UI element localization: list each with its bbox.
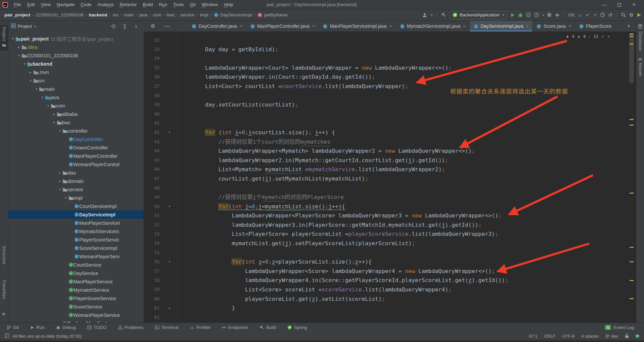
tree-item-backend[interactable]: ▾backend (8, 60, 144, 68)
breadcrumb-item-backend[interactable]: backend (89, 12, 107, 17)
chevron-expanded-icon[interactable]: ▾ (40, 95, 45, 99)
chevron-down-icon[interactable]: ▾ (543, 13, 544, 17)
event-log-button[interactable]: 5 Event Log (605, 325, 644, 330)
tree-item-mymatchservicein[interactable]: CMymatchServiceIn (8, 227, 144, 235)
code-line-43[interactable]: 43 //获得对应第i个court的对应的mymatches (144, 137, 636, 147)
code-line-61[interactable]: 61▴ } (144, 303, 636, 313)
code-line-50[interactable]: 50▾ for(int j=0;j<mymatchList.size();j++… (144, 202, 636, 211)
indent-setting[interactable]: 4 spaces (581, 334, 599, 339)
tree-item-pair-project[interactable]: ▾pair_projectD:\软件工程作业\pair_project (8, 35, 144, 43)
chevron-expanded-icon[interactable]: ▾ (63, 196, 68, 200)
code-line-47[interactable]: 47 courtList.get(i).setMymatchList(mymat… (144, 174, 636, 184)
tree-item-mvn[interactable]: ▸.mvn (8, 68, 144, 76)
tab-score-java[interactable]: CScore.java× (533, 21, 575, 31)
profiler-button[interactable] (534, 12, 539, 17)
git-push-icon[interactable]: ↗ (593, 12, 597, 17)
tree-item-mymatchservice[interactable]: IMymatchService (8, 286, 144, 294)
tree-item-dao[interactable]: ▸dao (8, 168, 144, 177)
project-panel-title[interactable]: Project (18, 24, 32, 29)
tree-item-womanplayerservice[interactable]: IWomanPlayerService (8, 311, 144, 319)
chevron-expanded-icon[interactable]: ▾ (57, 188, 62, 191)
breadcrumb-item-pair-project[interactable]: pair_project (4, 12, 30, 17)
menu-help[interactable]: Help (221, 0, 236, 9)
tree-item-service[interactable]: ▾service (8, 185, 144, 194)
tree-item-courtservice[interactable]: ICourtService (8, 261, 144, 269)
tree-item-daycontroller[interactable]: CDayController (8, 135, 144, 143)
tree-item-java[interactable]: ▾java (8, 93, 144, 101)
fold-marker-icon[interactable]: ▾ (168, 128, 171, 137)
back-arrow-icon[interactable] (554, 12, 560, 18)
fold-marker-icon[interactable]: ▴ (168, 303, 171, 313)
tree-item-domain[interactable]: ▸domain (8, 177, 144, 185)
breadcrumb-item-impl[interactable]: impl (200, 12, 208, 17)
code-line-56[interactable]: 56▾ for(int z=0;z<playerScoreList.size()… (144, 257, 636, 267)
expand-all-icon[interactable] (121, 22, 128, 30)
tree-item-src[interactable]: ▾src (8, 76, 144, 85)
menu-git[interactable]: Git (187, 0, 199, 9)
toolbox-icon[interactable] (637, 12, 642, 18)
menu-navigate[interactable]: Navigate (54, 0, 77, 9)
breadcrumb-item-222000101-222000106[interactable]: 222000101_222000106 (36, 12, 84, 17)
chevron-expanded-icon[interactable]: ▾ (16, 54, 21, 57)
code-line-60[interactable]: 60 playerScoreList.get(z).setList(scoreL… (144, 294, 636, 304)
menu-analyze[interactable]: Analyze (95, 0, 117, 9)
tree-item-scoreservice[interactable]: IScoreService (8, 302, 144, 311)
history-clock-icon[interactable] (600, 12, 605, 17)
code-line-51[interactable]: 51 LambdaQueryWrapper<PlayerScore> lambd… (144, 211, 636, 220)
chevron-expanded-icon[interactable]: ▾ (52, 121, 57, 124)
tree-item-dayservice[interactable]: IDayService (8, 269, 144, 277)
code-editor[interactable]: 3233 Day day = getById(id);3435 LambdaQu… (144, 32, 636, 323)
chevron-expanded-icon[interactable]: ▾ (57, 129, 62, 133)
tree-item-dayserviceimpl[interactable]: CDayServiceImpl (8, 210, 144, 219)
tree-item-alibaba[interactable]: ▸alibaba (8, 110, 144, 118)
settings-gear-icon[interactable]: ⚙ (629, 12, 634, 17)
menu-window[interactable]: Window (199, 0, 221, 9)
code-line-44[interactable]: 44 LambdaQueryWrapper<Mymatch> lambdaQue… (144, 146, 636, 156)
chevron-expanded-icon[interactable]: ▾ (28, 79, 33, 82)
collapse-all-icon[interactable] (133, 22, 140, 30)
tab-settings-gear-icon[interactable]: ⚙ (150, 22, 156, 30)
tree-item-scoreserviceimpl[interactable]: CScoreServiceImpl (8, 244, 144, 252)
close-icon[interactable]: × (526, 23, 529, 29)
code-line-58[interactable]: 58 lambdaQueryWrapper4.in(Score::getPlay… (144, 276, 636, 285)
code-line-42[interactable]: 42▾ for (int i=0;i<courtList.size(); i++… (144, 128, 636, 137)
tool-window-button-profiler[interactable]: Profiler (190, 325, 211, 330)
code-line-41[interactable]: 41 (144, 119, 636, 128)
tool-window-button-git[interactable]: Git (7, 325, 19, 330)
close-icon[interactable]: × (312, 23, 315, 29)
coverage-button[interactable] (526, 12, 531, 17)
lock-icon[interactable] (625, 333, 629, 339)
search-icon[interactable] (621, 12, 626, 18)
tree-item-manplayerservice[interactable]: IManPlayerService (8, 277, 144, 286)
favorites-star-icon[interactable]: ★ (2, 312, 6, 317)
tool-window-button-build[interactable]: Build (260, 325, 276, 330)
tool-button-project[interactable]: Project (0, 25, 8, 51)
tool-button-favorites[interactable]: Favorites (2, 280, 6, 300)
code-line-48[interactable]: 48 (144, 184, 636, 193)
chevron-collapsed-icon[interactable]: ▸ (57, 179, 62, 183)
editor-scrollbar[interactable] (629, 32, 635, 323)
tree-item-manplayerservicei[interactable]: CManPlayerServiceI (8, 219, 144, 227)
tool-window-button-todo[interactable]: TODO (87, 325, 107, 330)
tree-item-idea[interactable]: ▸.idea (8, 43, 144, 51)
tool-button-structure[interactable]: Structure (2, 246, 6, 266)
close-icon[interactable]: × (389, 23, 392, 29)
menu-refactor[interactable]: Refactor (117, 0, 140, 9)
breadcrumb-item-getbyname[interactable]: mgetByName (257, 12, 288, 17)
tool-window-button-spring[interactable]: Spring (287, 325, 307, 330)
git-branch-widget[interactable]: dev (605, 334, 618, 339)
tree-item-womanplayerserv[interactable]: CWomanPlayerServ (8, 252, 144, 261)
chevron-expanded-icon[interactable]: ▾ (22, 62, 27, 66)
menu-view[interactable]: View (38, 0, 54, 9)
close-button[interactable]: × (627, 0, 641, 9)
chevron-expanded-icon[interactable]: ▾ (10, 37, 15, 41)
line-separator[interactable]: CRLF (544, 334, 555, 339)
code-line-46[interactable]: 46 List<Mymatch> mymatchList =mymatchSer… (144, 165, 636, 174)
code-line-45[interactable]: 45 lambdaQueryWrapper2.in(Mymatch::getCo… (144, 156, 636, 165)
menu-build[interactable]: Build (140, 0, 156, 9)
tree-item-playerscoreservic[interactable]: CPlayerScoreServic (8, 235, 144, 244)
chevron-collapsed-icon[interactable]: ▸ (57, 171, 62, 175)
maven-icon[interactable]: m (638, 57, 642, 62)
code-line-35[interactable]: 35 LambdaQueryWrapper<Court> lambdaQuery… (144, 63, 636, 73)
code-line-32[interactable]: 32 (144, 36, 636, 45)
